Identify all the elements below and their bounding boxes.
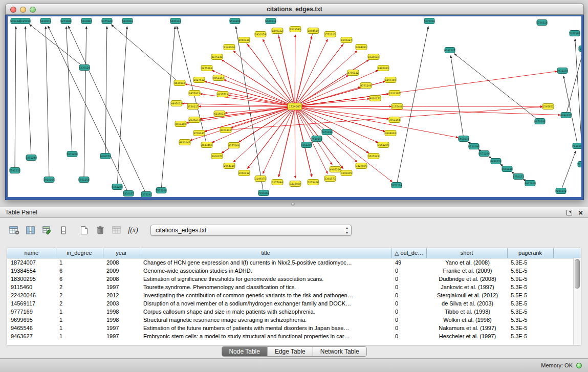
table-columns-icon[interactable] (24, 224, 38, 236)
network-node[interactable]: 1297349 (385, 77, 396, 83)
network-node[interactable]: 6210137 (123, 191, 134, 196)
network-node[interactable]: 3427805 (356, 163, 367, 169)
network-node[interactable]: 6811209 (525, 181, 535, 186)
network-node[interactable]: 3301573 (324, 176, 336, 182)
network-node[interactable]: 1812543 (290, 27, 301, 32)
network-node[interactable]: 3279416 (308, 180, 319, 185)
network-node[interactable]: 2455911 (189, 91, 200, 96)
close-panel-icon[interactable]: × (578, 210, 583, 215)
table-row[interactable]: 969969511998Structural magnetic resonanc… (7, 316, 581, 324)
network-edge[interactable] (185, 84, 295, 106)
network-node[interactable]: 1896132 (272, 28, 283, 34)
float-panel-icon[interactable] (567, 210, 572, 215)
column-header[interactable]: title (140, 248, 391, 258)
network-node[interactable]: 1804519 (308, 28, 319, 34)
network-node[interactable]: 2636173 (189, 117, 200, 123)
network-selector[interactable]: citations_edges.txt ▴ ▾ (150, 225, 352, 236)
network-node[interactable]: 7291172 (555, 188, 566, 194)
network-edge[interactable] (182, 103, 295, 106)
network-edge[interactable] (105, 27, 107, 156)
network-node[interactable]: 2530217 (187, 104, 199, 110)
network-edge[interactable] (451, 56, 464, 139)
network-node[interactable]: 1751203 (324, 32, 336, 37)
table-row[interactable]: 977716911998Corpus callosum shape and si… (7, 308, 581, 316)
column-header[interactable]: year (103, 248, 140, 258)
network-node[interactable]: 1724067 (288, 103, 302, 110)
network-node[interactable]: 4301219 (220, 127, 231, 133)
table-row[interactable]: 1938455462009Genome-wide association stu… (7, 267, 581, 275)
network-node[interactable]: 3505122 (368, 154, 379, 159)
network-node[interactable]: 5730118 (536, 20, 547, 26)
network-node[interactable]: 6151209 (112, 184, 122, 190)
network-node[interactable]: 6031154 (78, 177, 89, 183)
network-node[interactable]: 3213460 (290, 181, 301, 187)
network-edge[interactable] (111, 25, 180, 83)
network-node[interactable]: 7051193 (569, 31, 580, 36)
network-node[interactable]: 7171205 (577, 162, 581, 167)
column-header[interactable]: short (426, 248, 507, 258)
network-node[interactable]: 5675091 (424, 18, 434, 24)
network-node[interactable]: 3149375 (255, 176, 266, 182)
network-edge[interactable] (69, 26, 146, 194)
network-node[interactable]: 1524510 (368, 54, 379, 60)
table-scrollbar[interactable] (573, 258, 581, 345)
tab-node-table[interactable]: Node Table (222, 347, 268, 356)
network-node[interactable]: 4375166 (228, 143, 239, 148)
network-edge[interactable] (295, 35, 295, 106)
table-row[interactable]: 2242004622012Investigating the contribut… (7, 291, 581, 299)
network-node[interactable]: 5791133 (9, 168, 20, 173)
import-table-icon[interactable] (110, 224, 124, 236)
network-node[interactable]: 1155408 (391, 104, 403, 110)
network-node[interactable]: 4905166 (330, 167, 341, 172)
network-node[interactable]: 1485083 (378, 65, 389, 71)
column-header[interactable]: name (7, 248, 56, 258)
network-edge[interactable] (563, 76, 578, 146)
network-node[interactable]: 6870142 (534, 119, 545, 124)
network-node[interactable]: 2175141 (211, 54, 223, 60)
minimize-window-icon[interactable] (20, 7, 26, 13)
network-node[interactable]: 2427512 (193, 77, 205, 83)
table-row[interactable]: 1456911722003Disruption of a novel membe… (7, 299, 581, 308)
network-edge[interactable] (48, 26, 128, 193)
network-graph[interactable]: 1724067115540812213971297349148508315245… (8, 16, 581, 197)
network-node[interactable]: 6990127 (560, 113, 571, 118)
network-node[interactable]: 7410153 (311, 136, 322, 142)
network-node[interactable]: 6450131 (458, 136, 469, 142)
network-node[interactable]: 4705112 (347, 70, 359, 76)
function-icon[interactable]: f(x) (126, 224, 140, 236)
network-edge[interactable] (295, 106, 295, 178)
network-node[interactable]: 1664091 (356, 45, 367, 50)
network-node[interactable]: 5495113 (170, 18, 181, 24)
table-edit-icon[interactable] (40, 224, 54, 236)
network-node[interactable]: 6510196 (468, 144, 479, 149)
network-edge[interactable] (161, 27, 175, 190)
network-node[interactable]: 2709147 (193, 130, 205, 136)
column-header[interactable]: △ out_de… (391, 248, 426, 258)
table-scrollbar-thumb[interactable] (575, 259, 580, 289)
panel-resize-grip[interactable] (291, 202, 295, 206)
network-node[interactable]: 7471196 (321, 129, 332, 135)
network-node[interactable]: 7531208 (156, 188, 166, 193)
network-node[interactable]: 5310467 (81, 18, 92, 24)
close-window-icon[interactable] (10, 7, 16, 13)
network-edge[interactable] (67, 27, 72, 154)
network-node[interactable]: 4621043 (179, 140, 190, 145)
network-node[interactable]: 3661154 (389, 117, 400, 123)
table-row[interactable]: 946554611997Estimation of the future num… (7, 324, 581, 332)
network-node[interactable]: 2275162 (201, 65, 212, 71)
network-node[interactable]: 3060112 (238, 170, 250, 176)
table-row[interactable]: 911546021997Tourette syndrome. Phenomeno… (7, 283, 581, 291)
network-node[interactable]: 5210971 (40, 18, 51, 24)
network-node[interactable]: 4216013 (214, 111, 225, 117)
network-edge[interactable] (186, 106, 295, 123)
network-node[interactable]: 5910166 (43, 177, 54, 183)
table-settings-icon[interactable] (7, 224, 21, 236)
network-node[interactable]: 5375120 (101, 18, 112, 24)
network-node[interactable]: 7351209 (301, 142, 312, 148)
network-node[interactable]: 4561209 (175, 121, 186, 127)
zoom-window-icon[interactable] (30, 7, 36, 13)
network-node[interactable]: 3561209 (378, 142, 389, 148)
tab-network-table[interactable]: Network Table (313, 347, 366, 356)
network-node[interactable]: 4761208 (360, 83, 372, 89)
column-header[interactable] (553, 248, 581, 258)
